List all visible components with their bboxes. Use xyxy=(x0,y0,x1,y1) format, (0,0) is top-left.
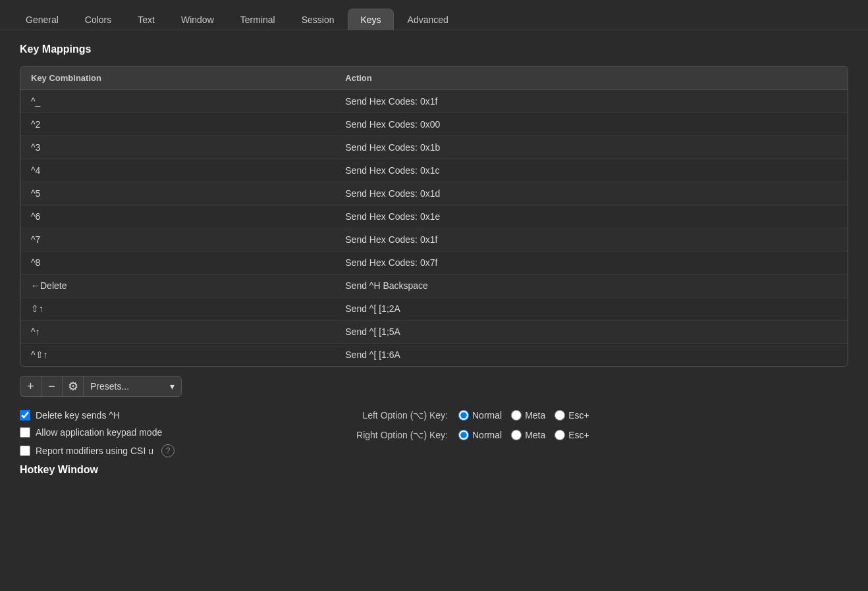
hotkey-window-title: Hotkey Window xyxy=(20,464,848,476)
left-option-esc-radio[interactable] xyxy=(555,410,565,421)
right-option-meta-label: Meta xyxy=(525,430,545,440)
presets-dropdown[interactable]: Presets... ▾ xyxy=(83,376,182,397)
table-row[interactable]: ←DeleteSend ^H Backspace xyxy=(20,274,848,297)
help-icon[interactable]: ? xyxy=(161,444,175,457)
action-cell: Send ^[ [1;5A xyxy=(335,321,848,344)
left-option-meta-radio[interactable] xyxy=(511,410,522,421)
tab-bar: GeneralColorsTextWindowTerminalSessionKe… xyxy=(0,0,868,30)
key-cell: ^_ xyxy=(20,90,335,113)
action-cell: Send Hex Codes: 0x1b xyxy=(335,136,848,159)
action-cell: Send ^[ [1:6A xyxy=(335,344,848,367)
left-option-esc-label: Esc+ xyxy=(568,410,589,421)
right-option-normal-label: Normal xyxy=(472,430,502,440)
right-option-esc-label: Esc+ xyxy=(568,430,589,440)
key-cell: ^⇧↑ xyxy=(20,344,335,367)
action-cell: Send Hex Codes: 0x7f xyxy=(335,251,848,274)
bottom-section: Delete key sends ^H Allow application ke… xyxy=(20,410,848,457)
right-option-label: Right Option (⌥) Key: xyxy=(277,430,448,440)
action-cell: Send Hex Codes: 0x00 xyxy=(335,113,848,136)
tab-general[interactable]: General xyxy=(13,9,71,30)
key-cell: ^4 xyxy=(20,159,335,182)
allow-keypad-label: Allow application keypad mode xyxy=(36,427,162,438)
key-cell: ^6 xyxy=(20,205,335,228)
presets-label: Presets... xyxy=(90,381,129,392)
tab-window[interactable]: Window xyxy=(169,9,227,30)
presets-gear-button[interactable]: ⚙ xyxy=(62,376,83,397)
key-cell: ^5 xyxy=(20,182,335,205)
action-cell: Send Hex Codes: 0x1e xyxy=(335,205,848,228)
table-row[interactable]: ^7Send Hex Codes: 0x1f xyxy=(20,228,848,251)
key-cell: ^8 xyxy=(20,251,335,274)
table-row[interactable]: ^3Send Hex Codes: 0x1b xyxy=(20,136,848,159)
left-option-normal-label: Normal xyxy=(472,410,502,421)
table-header-row: Key Combination Action xyxy=(20,66,848,90)
main-content: Key Mappings Key Combination Action ^_Se… xyxy=(0,30,868,489)
key-cell: ←Delete xyxy=(20,274,335,297)
table-row[interactable]: ^2Send Hex Codes: 0x00 xyxy=(20,113,848,136)
tab-terminal[interactable]: Terminal xyxy=(228,9,288,30)
tab-colors[interactable]: Colors xyxy=(72,9,124,30)
right-option-row: Right Option (⌥) Key: Normal Meta Esc+ xyxy=(277,430,848,440)
right-option-esc-radio[interactable] xyxy=(555,430,565,440)
right-option-radio-group: Normal Meta Esc+ xyxy=(458,430,589,440)
action-cell: Send Hex Codes: 0x1c xyxy=(335,159,848,182)
key-cell: ^7 xyxy=(20,228,335,251)
tab-keys[interactable]: Keys xyxy=(348,9,393,30)
action-cell: Send ^H Backspace xyxy=(335,274,848,297)
right-option-normal-radio[interactable] xyxy=(458,430,469,440)
col-key-header: Key Combination xyxy=(20,66,335,90)
key-mappings-table: Key Combination Action ^_Send Hex Codes:… xyxy=(20,66,848,367)
add-mapping-button[interactable]: + xyxy=(20,376,41,397)
key-cell: ⇧↑ xyxy=(20,297,335,321)
right-option-meta-radio[interactable] xyxy=(511,430,522,440)
left-option-normal-radio[interactable] xyxy=(458,410,469,421)
left-option-esc[interactable]: Esc+ xyxy=(555,410,589,421)
col-action-header: Action xyxy=(335,66,848,90)
tab-text[interactable]: Text xyxy=(125,9,167,30)
tab-advanced[interactable]: Advanced xyxy=(395,9,461,30)
right-option-meta[interactable]: Meta xyxy=(511,430,545,440)
remove-mapping-button[interactable]: − xyxy=(41,376,62,397)
allow-keypad-checkbox[interactable] xyxy=(20,427,30,438)
action-cell: Send ^[ [1;2A xyxy=(335,297,848,321)
left-option-meta[interactable]: Meta xyxy=(511,410,545,421)
table-row[interactable]: ^8Send Hex Codes: 0x7f xyxy=(20,251,848,274)
left-option-label: Left Option (⌥) Key: xyxy=(277,410,448,421)
table-row[interactable]: ^5Send Hex Codes: 0x1d xyxy=(20,182,848,205)
action-cell: Send Hex Codes: 0x1d xyxy=(335,182,848,205)
left-options: Delete key sends ^H Allow application ke… xyxy=(20,410,250,457)
right-option-normal[interactable]: Normal xyxy=(458,430,502,440)
left-option-row: Left Option (⌥) Key: Normal Meta Esc+ xyxy=(277,410,848,421)
chevron-down-icon: ▾ xyxy=(170,381,175,392)
action-cell: Send Hex Codes: 0x1f xyxy=(335,228,848,251)
table-row[interactable]: ^6Send Hex Codes: 0x1e xyxy=(20,205,848,228)
delete-key-checkbox[interactable] xyxy=(20,410,30,421)
report-modifiers-checkbox[interactable] xyxy=(20,446,30,456)
table-row[interactable]: ^↑Send ^[ [1;5A xyxy=(20,321,848,344)
table-toolbar: + − ⚙ Presets... ▾ xyxy=(20,376,848,397)
left-option-radio-group: Normal Meta Esc+ xyxy=(458,410,589,421)
table-row[interactable]: ^_Send Hex Codes: 0x1f xyxy=(20,90,848,113)
tab-session[interactable]: Session xyxy=(289,9,347,30)
table-row[interactable]: ^4Send Hex Codes: 0x1c xyxy=(20,159,848,182)
key-cell: ^2 xyxy=(20,113,335,136)
report-modifiers-label: Report modifiers using CSI u xyxy=(36,446,153,456)
allow-keypad-checkbox-row[interactable]: Allow application keypad mode xyxy=(20,427,250,438)
right-option-esc[interactable]: Esc+ xyxy=(555,430,589,440)
key-mappings-title: Key Mappings xyxy=(20,43,848,55)
left-option-meta-label: Meta xyxy=(525,410,545,421)
action-cell: Send Hex Codes: 0x1f xyxy=(335,90,848,113)
table-row[interactable]: ^⇧↑Send ^[ [1:6A xyxy=(20,344,848,367)
delete-key-checkbox-row[interactable]: Delete key sends ^H xyxy=(20,410,250,421)
key-cell: ^↑ xyxy=(20,321,335,344)
table-row[interactable]: ⇧↑Send ^[ [1;2A xyxy=(20,297,848,321)
key-cell: ^3 xyxy=(20,136,335,159)
right-options: Left Option (⌥) Key: Normal Meta Esc+ xyxy=(277,410,848,440)
report-modifiers-checkbox-row[interactable]: Report modifiers using CSI u ? xyxy=(20,444,250,457)
delete-key-label: Delete key sends ^H xyxy=(36,410,120,421)
left-option-normal[interactable]: Normal xyxy=(458,410,502,421)
